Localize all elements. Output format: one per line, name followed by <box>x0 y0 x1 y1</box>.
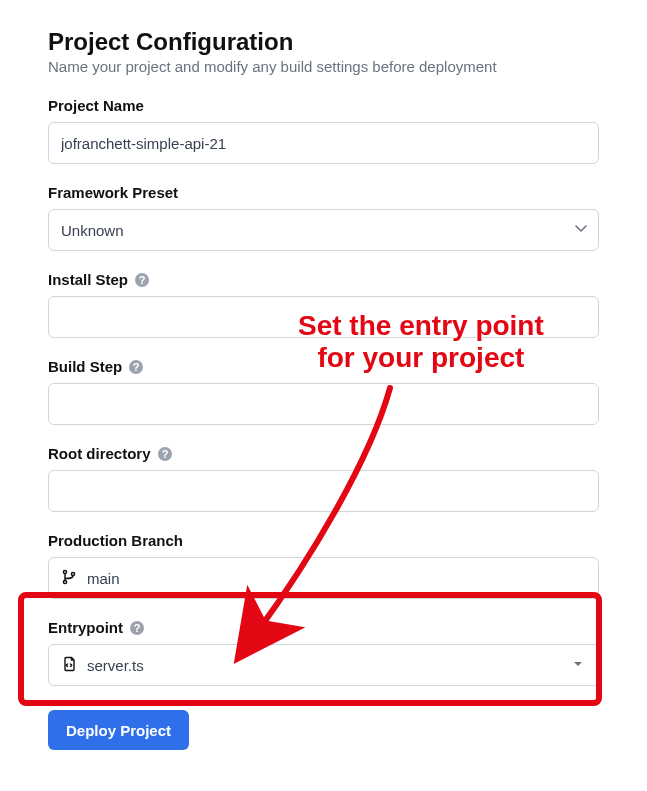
svg-point-7 <box>63 580 66 583</box>
project-name-label: Project Name <box>48 97 599 114</box>
project-name-label-text: Project Name <box>48 97 144 114</box>
svg-text:?: ? <box>133 361 140 373</box>
help-icon[interactable]: ? <box>129 620 145 636</box>
entrypoint-field: Entrypoint ? server.ts <box>48 619 599 686</box>
page-title: Project Configuration <box>48 28 599 56</box>
svg-text:?: ? <box>139 274 146 286</box>
project-name-input[interactable] <box>48 122 599 164</box>
help-icon[interactable]: ? <box>134 272 150 288</box>
framework-preset-field: Framework Preset Unknown <box>48 184 599 251</box>
framework-preset-label: Framework Preset <box>48 184 599 201</box>
production-branch-value: main <box>87 570 120 587</box>
page-subtitle: Name your project and modify any build s… <box>48 58 599 75</box>
install-step-label: Install Step ? <box>48 271 599 288</box>
svg-point-6 <box>63 570 66 573</box>
deploy-project-button[interactable]: Deploy Project <box>48 710 189 750</box>
root-directory-label: Root directory ? <box>48 445 599 462</box>
help-icon[interactable]: ? <box>128 359 144 375</box>
svg-text:?: ? <box>161 448 168 460</box>
install-step-input[interactable] <box>48 296 599 338</box>
framework-preset-select[interactable]: Unknown <box>48 209 599 251</box>
svg-text:?: ? <box>134 622 141 634</box>
root-directory-input[interactable] <box>48 470 599 512</box>
production-branch-label-text: Production Branch <box>48 532 183 549</box>
root-directory-field: Root directory ? <box>48 445 599 512</box>
build-step-field: Build Step ? <box>48 358 599 425</box>
install-step-label-text: Install Step <box>48 271 128 288</box>
git-branch-icon <box>61 569 77 588</box>
production-branch-field: Production Branch main <box>48 532 599 599</box>
install-step-field: Install Step ? <box>48 271 599 338</box>
build-step-input[interactable] <box>48 383 599 425</box>
production-branch-label: Production Branch <box>48 532 599 549</box>
root-directory-label-text: Root directory <box>48 445 151 462</box>
build-step-label: Build Step ? <box>48 358 599 375</box>
project-name-field: Project Name <box>48 97 599 164</box>
entrypoint-label: Entrypoint ? <box>48 619 599 636</box>
production-branch-select[interactable]: main <box>48 557 599 599</box>
caret-down-icon <box>570 656 586 675</box>
svg-point-8 <box>71 572 74 575</box>
entrypoint-value: server.ts <box>87 657 144 674</box>
build-step-label-text: Build Step <box>48 358 122 375</box>
framework-preset-label-text: Framework Preset <box>48 184 178 201</box>
entrypoint-label-text: Entrypoint <box>48 619 123 636</box>
entrypoint-select[interactable]: server.ts <box>48 644 599 686</box>
help-icon[interactable]: ? <box>157 446 173 462</box>
file-code-icon <box>61 656 77 675</box>
